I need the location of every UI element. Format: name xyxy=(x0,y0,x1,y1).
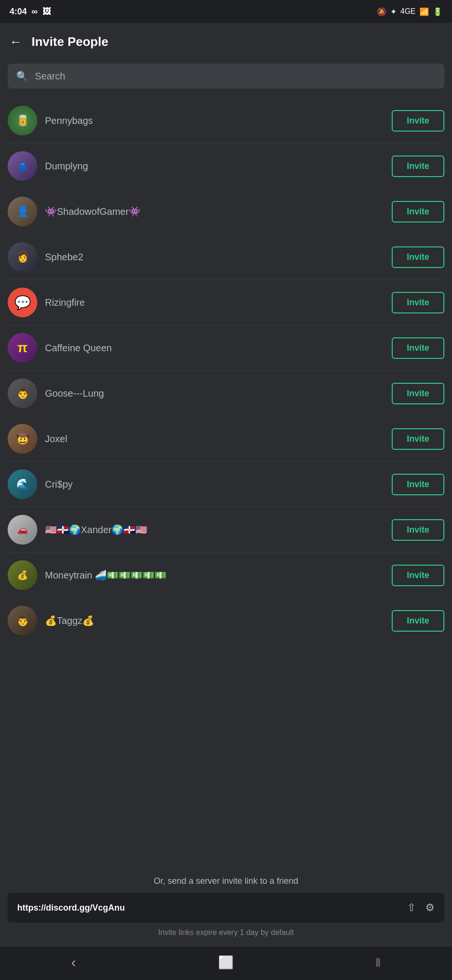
nav-bar: ‹ ⬜ ⦀ xyxy=(0,947,452,980)
list-item: 👩 Sphebe2 Invite xyxy=(8,234,444,280)
username: Moneytrain 🚄💵💵💵💵💵 xyxy=(45,569,384,581)
invite-button-joxel[interactable]: Invite xyxy=(392,428,444,450)
username: 💰Taggz💰 xyxy=(45,615,384,626)
signal-icon: 📶 xyxy=(419,7,429,16)
avatar: π xyxy=(8,333,37,363)
page-title: Invite People xyxy=(32,34,108,49)
invite-button-pennybags[interactable]: Invite xyxy=(392,110,444,132)
status-right: 🔕 ✦ 4GE 📶 🔋 xyxy=(377,7,442,16)
search-icon: 🔍 xyxy=(16,70,28,82)
invite-button-shadow[interactable]: Invite xyxy=(392,201,444,223)
bluetooth-icon: ✦ xyxy=(390,7,397,16)
invite-button-moneytrain[interactable]: Invite xyxy=(392,565,444,586)
avatar: 👤 xyxy=(8,197,37,226)
list-item: 👤 👾ShadowofGamer👾 Invite xyxy=(8,189,444,234)
header: ← Invite People xyxy=(0,23,452,59)
list-item: 🌊 Cri$py Invite xyxy=(8,462,444,507)
settings-icon[interactable]: ⚙ xyxy=(425,902,435,914)
back-button[interactable]: ← xyxy=(10,34,22,49)
list-item: 👗 Dumplyng Invite xyxy=(8,144,444,189)
username: Sphebe2 xyxy=(45,252,384,263)
footer-section: Or, send a server invite link to a frien… xyxy=(0,867,452,947)
username: Rizingfire xyxy=(45,297,384,308)
list-item: 🤠 Joxel Invite xyxy=(8,416,444,462)
voicemail-icon: ∞ xyxy=(32,7,38,17)
invite-button-sphebe[interactable]: Invite xyxy=(392,246,444,268)
avatar: 🥫 xyxy=(8,106,37,135)
invite-button-dumplyng[interactable]: Invite xyxy=(392,156,444,177)
username: Cri$py xyxy=(45,479,384,490)
avatar: 👨 xyxy=(8,606,37,635)
invite-button-rizingfire[interactable]: Invite xyxy=(392,292,444,313)
invite-button-crispy[interactable]: Invite xyxy=(392,474,444,495)
avatar: 💬 xyxy=(8,288,37,317)
list-item: 💬 Rizingfire Invite xyxy=(8,280,444,325)
network-icon: 4GE xyxy=(400,7,416,16)
invite-button-caffeine[interactable]: Invite xyxy=(392,337,444,359)
image-icon: 🖼 xyxy=(43,7,51,17)
username: Goose---Lung xyxy=(45,388,384,399)
battery-icon: 🔋 xyxy=(433,7,442,16)
avatar: 🤠 xyxy=(8,424,37,454)
nav-back-icon[interactable]: ‹ xyxy=(71,954,76,970)
list-item: 💰 Moneytrain 🚄💵💵💵💵💵 Invite xyxy=(8,553,444,598)
link-actions: ⇧ ⚙ xyxy=(407,902,435,914)
invite-link-bar: https://discord.gg/VcgAnu ⇧ ⚙ xyxy=(8,893,444,923)
time: 4:04 xyxy=(10,7,27,17)
share-icon[interactable]: ⇧ xyxy=(407,902,416,914)
nav-home-icon[interactable]: ⬜ xyxy=(218,955,233,970)
username: Dumplyng xyxy=(45,161,384,172)
list-item: 🥫 Pennybags Invite xyxy=(8,98,444,144)
user-list: 🥫 Pennybags Invite 👗 Dumplyng Invite 👤 👾… xyxy=(0,98,452,867)
list-item: π Caffeine Queen Invite xyxy=(8,325,444,371)
list-item: 👨 Goose---Lung Invite xyxy=(8,371,444,416)
nav-menu-icon[interactable]: ⦀ xyxy=(375,955,381,970)
search-input[interactable] xyxy=(35,71,436,82)
list-item: 🚗 🇺🇸🇩🇴🌍Xander🌍🇩🇴🇺🇸 Invite xyxy=(8,507,444,553)
username: Caffeine Queen xyxy=(45,343,384,354)
avatar: 👨 xyxy=(8,379,37,408)
invite-url[interactable]: https://discord.gg/VcgAnu xyxy=(17,903,125,913)
username: Joxel xyxy=(45,434,384,445)
invite-button-goose[interactable]: Invite xyxy=(392,383,444,404)
or-send-text: Or, send a server invite link to a frien… xyxy=(8,876,444,886)
search-container: 🔍 xyxy=(0,59,452,98)
avatar: 🚗 xyxy=(8,515,37,545)
avatar: 💰 xyxy=(8,560,37,590)
username: Pennybags xyxy=(45,115,384,126)
avatar: 👩 xyxy=(8,242,37,272)
username: 🇺🇸🇩🇴🌍Xander🌍🇩🇴🇺🇸 xyxy=(45,524,384,535)
invite-button-xander[interactable]: Invite xyxy=(392,519,444,541)
invite-button-taggz[interactable]: Invite xyxy=(392,610,444,632)
mute-icon: 🔕 xyxy=(377,7,386,16)
expire-text: Invite links expire every 1 day by defau… xyxy=(8,928,444,937)
avatar: 🌊 xyxy=(8,469,37,499)
search-box: 🔍 xyxy=(8,64,444,89)
status-left: 4:04 ∞ 🖼 xyxy=(10,7,51,17)
avatar: 👗 xyxy=(8,151,37,181)
username: 👾ShadowofGamer👾 xyxy=(45,206,384,217)
list-item: 👨 💰Taggz💰 Invite xyxy=(8,598,444,643)
status-bar: 4:04 ∞ 🖼 🔕 ✦ 4GE 📶 🔋 xyxy=(0,0,452,23)
